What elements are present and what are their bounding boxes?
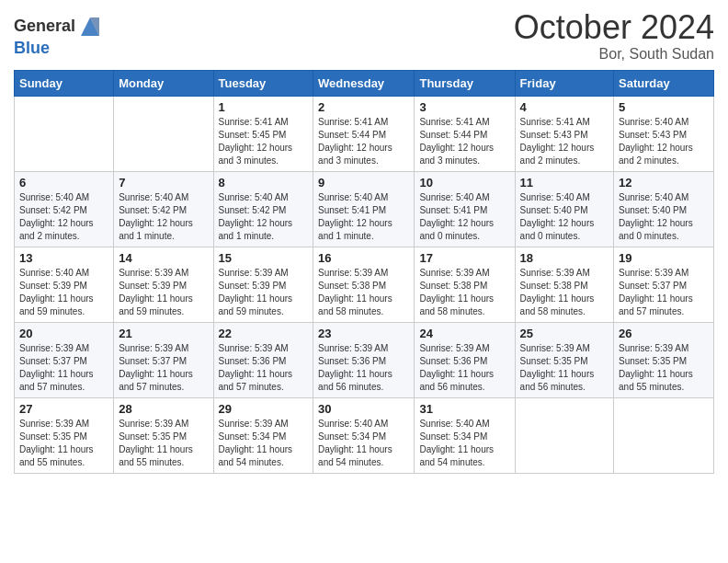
day-info: Sunrise: 5:39 AM Sunset: 5:36 PM Dayligh… (318, 342, 409, 394)
calendar-cell: 19Sunrise: 5:39 AM Sunset: 5:37 PM Dayli… (614, 247, 714, 322)
day-info: Sunrise: 5:41 AM Sunset: 5:45 PM Dayligh… (219, 116, 309, 167)
col-saturday: Saturday (614, 70, 714, 96)
day-info: Sunrise: 5:40 AM Sunset: 5:34 PM Dayligh… (419, 418, 509, 469)
day-number: 3 (419, 100, 509, 114)
calendar-cell: 30Sunrise: 5:40 AM Sunset: 5:34 PM Dayli… (313, 397, 415, 473)
title-block: October 2024 Bor, South Sudan (514, 9, 714, 63)
day-number: 7 (119, 176, 208, 190)
calendar-cell: 9Sunrise: 5:40 AM Sunset: 5:41 PM Daylig… (313, 171, 415, 247)
calendar-cell: 8Sunrise: 5:40 AM Sunset: 5:42 PM Daylig… (213, 171, 313, 247)
day-info: Sunrise: 5:40 AM Sunset: 5:40 PM Dayligh… (520, 191, 609, 243)
day-info: Sunrise: 5:40 AM Sunset: 5:43 PM Dayligh… (619, 116, 709, 167)
calendar-cell (614, 397, 714, 473)
day-number: 29 (219, 402, 309, 416)
day-info: Sunrise: 5:39 AM Sunset: 5:35 PM Dayligh… (19, 418, 108, 469)
calendar-cell: 10Sunrise: 5:40 AM Sunset: 5:41 PM Dayli… (415, 171, 515, 247)
day-info: Sunrise: 5:39 AM Sunset: 5:34 PM Dayligh… (219, 418, 309, 469)
col-tuesday: Tuesday (213, 70, 313, 96)
day-number: 6 (19, 176, 108, 190)
day-number: 22 (219, 327, 309, 340)
day-number: 23 (318, 327, 409, 340)
calendar-cell: 13Sunrise: 5:40 AM Sunset: 5:39 PM Dayli… (15, 247, 114, 322)
day-info: Sunrise: 5:39 AM Sunset: 5:35 PM Dayligh… (619, 342, 709, 394)
day-info: Sunrise: 5:41 AM Sunset: 5:43 PM Dayligh… (520, 116, 609, 167)
calendar-week-row: 1Sunrise: 5:41 AM Sunset: 5:45 PM Daylig… (15, 96, 714, 171)
calendar-cell: 27Sunrise: 5:39 AM Sunset: 5:35 PM Dayli… (15, 397, 114, 473)
page-header: General Blue October 2024 Bor, South Sud… (14, 9, 714, 63)
day-number: 4 (520, 100, 609, 114)
day-number: 10 (419, 176, 509, 190)
day-info: Sunrise: 5:39 AM Sunset: 5:35 PM Dayligh… (119, 418, 208, 469)
day-number: 19 (619, 251, 709, 265)
day-number: 8 (219, 176, 309, 190)
day-number: 5 (619, 100, 709, 114)
calendar-cell: 31Sunrise: 5:40 AM Sunset: 5:34 PM Dayli… (415, 397, 515, 473)
day-number: 14 (119, 251, 208, 265)
day-number: 9 (318, 176, 409, 190)
day-number: 31 (419, 402, 509, 416)
col-friday: Friday (515, 70, 613, 96)
logo-text-blue: Blue (14, 39, 50, 57)
calendar-cell: 14Sunrise: 5:39 AM Sunset: 5:39 PM Dayli… (114, 247, 213, 322)
calendar-cell: 2Sunrise: 5:41 AM Sunset: 5:44 PM Daylig… (313, 96, 415, 171)
day-number: 18 (520, 251, 609, 265)
day-info: Sunrise: 5:39 AM Sunset: 5:38 PM Dayligh… (419, 267, 509, 318)
day-number: 2 (318, 100, 409, 114)
calendar-cell: 25Sunrise: 5:39 AM Sunset: 5:35 PM Dayli… (515, 322, 613, 397)
day-number: 28 (119, 402, 208, 416)
calendar-cell (515, 397, 613, 473)
day-number: 24 (419, 327, 509, 340)
day-number: 21 (119, 327, 208, 340)
day-info: Sunrise: 5:40 AM Sunset: 5:41 PM Dayligh… (318, 191, 409, 243)
logo-text-general: General (14, 17, 75, 36)
calendar-table: Sunday Monday Tuesday Wednesday Thursday… (14, 70, 714, 474)
calendar-cell: 26Sunrise: 5:39 AM Sunset: 5:35 PM Dayli… (614, 322, 714, 397)
calendar-cell: 23Sunrise: 5:39 AM Sunset: 5:36 PM Dayli… (313, 322, 415, 397)
calendar-cell: 24Sunrise: 5:39 AM Sunset: 5:36 PM Dayli… (415, 322, 515, 397)
calendar-cell (114, 96, 213, 171)
day-number: 17 (419, 251, 509, 265)
month-title: October 2024 (514, 9, 714, 46)
calendar-cell: 16Sunrise: 5:39 AM Sunset: 5:38 PM Dayli… (313, 247, 415, 322)
location-title: Bor, South Sudan (514, 46, 714, 63)
day-info: Sunrise: 5:39 AM Sunset: 5:37 PM Dayligh… (119, 342, 208, 394)
calendar-week-row: 27Sunrise: 5:39 AM Sunset: 5:35 PM Dayli… (15, 397, 714, 473)
calendar-week-row: 13Sunrise: 5:40 AM Sunset: 5:39 PM Dayli… (15, 247, 714, 322)
day-info: Sunrise: 5:39 AM Sunset: 5:37 PM Dayligh… (19, 342, 108, 394)
day-info: Sunrise: 5:41 AM Sunset: 5:44 PM Dayligh… (318, 116, 409, 167)
calendar-cell: 7Sunrise: 5:40 AM Sunset: 5:42 PM Daylig… (114, 171, 213, 247)
day-info: Sunrise: 5:40 AM Sunset: 5:34 PM Dayligh… (318, 418, 409, 469)
day-info: Sunrise: 5:40 AM Sunset: 5:39 PM Dayligh… (19, 267, 108, 318)
calendar-cell: 5Sunrise: 5:40 AM Sunset: 5:43 PM Daylig… (614, 96, 714, 171)
calendar-week-row: 6Sunrise: 5:40 AM Sunset: 5:42 PM Daylig… (15, 171, 714, 247)
day-info: Sunrise: 5:40 AM Sunset: 5:40 PM Dayligh… (619, 191, 709, 243)
day-number: 11 (520, 176, 609, 190)
day-info: Sunrise: 5:41 AM Sunset: 5:44 PM Dayligh… (419, 116, 509, 167)
day-info: Sunrise: 5:39 AM Sunset: 5:36 PM Dayligh… (219, 342, 309, 394)
col-sunday: Sunday (15, 70, 114, 96)
day-info: Sunrise: 5:39 AM Sunset: 5:36 PM Dayligh… (419, 342, 509, 394)
logo-icon (77, 14, 103, 40)
col-wednesday: Wednesday (313, 70, 415, 96)
calendar-cell: 17Sunrise: 5:39 AM Sunset: 5:38 PM Dayli… (415, 247, 515, 322)
calendar-page: General Blue October 2024 Bor, South Sud… (0, 0, 728, 563)
calendar-cell: 3Sunrise: 5:41 AM Sunset: 5:44 PM Daylig… (415, 96, 515, 171)
day-number: 26 (619, 327, 709, 340)
day-info: Sunrise: 5:40 AM Sunset: 5:42 PM Dayligh… (19, 191, 108, 243)
day-info: Sunrise: 5:39 AM Sunset: 5:38 PM Dayligh… (318, 267, 409, 318)
day-number: 20 (19, 327, 108, 340)
day-info: Sunrise: 5:40 AM Sunset: 5:42 PM Dayligh… (219, 191, 309, 243)
calendar-cell: 18Sunrise: 5:39 AM Sunset: 5:38 PM Dayli… (515, 247, 613, 322)
day-info: Sunrise: 5:39 AM Sunset: 5:35 PM Dayligh… (520, 342, 609, 394)
day-number: 15 (219, 251, 309, 265)
calendar-cell (15, 96, 114, 171)
day-info: Sunrise: 5:39 AM Sunset: 5:39 PM Dayligh… (219, 267, 309, 318)
calendar-cell: 1Sunrise: 5:41 AM Sunset: 5:45 PM Daylig… (213, 96, 313, 171)
day-info: Sunrise: 5:39 AM Sunset: 5:39 PM Dayligh… (119, 267, 208, 318)
calendar-cell: 11Sunrise: 5:40 AM Sunset: 5:40 PM Dayli… (515, 171, 613, 247)
logo: General Blue (14, 14, 103, 58)
col-monday: Monday (114, 70, 213, 96)
day-number: 27 (19, 402, 108, 416)
day-number: 13 (19, 251, 108, 265)
day-info: Sunrise: 5:40 AM Sunset: 5:41 PM Dayligh… (419, 191, 509, 243)
